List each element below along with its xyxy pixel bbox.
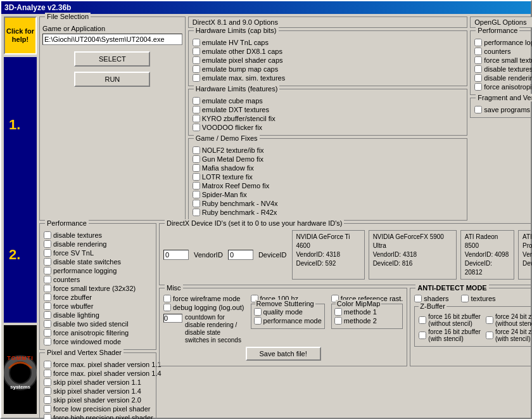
option-checkbox[interactable] (44, 387, 51, 395)
save-batch-button[interactable]: Save batch file! (246, 347, 321, 361)
method1-checkbox[interactable] (334, 308, 342, 316)
anti-textures-checkbox[interactable] (461, 295, 469, 302)
list-item: force SV TnL (44, 249, 152, 257)
option-checkbox[interactable] (193, 200, 200, 207)
option-checkbox[interactable] (44, 405, 51, 413)
option-checkbox[interactable] (44, 276, 51, 283)
countdown-input[interactable] (163, 314, 182, 323)
option-checkbox[interactable] (193, 115, 200, 122)
option-label: NOLF2 texture/ib fix (202, 146, 264, 154)
option-label: KYRO zbuffer/stencil fix (202, 115, 276, 122)
option-checkbox[interactable] (193, 209, 200, 216)
option-checkbox[interactable] (44, 338, 51, 345)
option-checkbox[interactable] (44, 370, 51, 377)
option-checkbox[interactable] (193, 164, 200, 172)
option-checkbox[interactable] (44, 293, 51, 301)
performance-title: Performance (45, 219, 89, 227)
list-item: NOLF2 texture/ib fix (193, 146, 464, 154)
option-checkbox[interactable] (44, 302, 51, 310)
device-ids-group: DirectX Device ID's (set it to 0 to use … (159, 223, 532, 285)
zbuf-24-nostencil-checkbox[interactable] (486, 316, 493, 324)
debug-checkbox[interactable] (163, 304, 171, 311)
vendor-id-input[interactable] (163, 250, 189, 260)
list-item: force low precision pixel shader (44, 405, 152, 413)
option-label: Ruby benchmark - R42x (202, 209, 277, 216)
option-checkbox[interactable] (44, 285, 51, 292)
opengl-perf-title: Performance (476, 27, 519, 34)
zbuf-16-nostencil-checkbox[interactable] (419, 316, 426, 324)
run-button[interactable]: RUN (74, 72, 150, 87)
game-app-input[interactable] (42, 34, 182, 45)
option-checkbox[interactable] (193, 65, 200, 73)
list-item: emulate HV TnL caps (193, 39, 464, 46)
option-checkbox[interactable] (193, 182, 200, 190)
list-item: force small texture (32x32) (474, 56, 532, 64)
option-checkbox[interactable] (474, 106, 482, 113)
option-label: performance logging (53, 267, 117, 274)
list-item: force max. pixel shader version 1.4 (44, 370, 152, 377)
quality-checkbox[interactable] (254, 308, 262, 316)
file-selection-title: File Selection (45, 13, 91, 20)
option-checkbox[interactable] (44, 311, 51, 319)
option-checkbox[interactable] (44, 414, 51, 419)
option-checkbox[interactable] (44, 231, 51, 239)
option-checkbox[interactable] (193, 97, 200, 105)
option-label: disable textures (484, 65, 532, 73)
option-label: force max. pixel shader version 1.1 (53, 361, 162, 368)
anti-shaders-checkbox[interactable] (414, 295, 422, 302)
option-checkbox[interactable] (193, 74, 200, 82)
option-checkbox[interactable] (44, 361, 51, 368)
color-mipmap-group: Color MipMap methode 1 methode 2 (331, 304, 403, 329)
list-item: VOODOO flicker fix (193, 124, 464, 131)
option-label: Spider-Man fix (202, 191, 247, 198)
option-checkbox[interactable] (193, 155, 200, 163)
countdown-row: countdown for disable rendering / disabl… (163, 314, 244, 344)
option-checkbox[interactable] (193, 48, 200, 55)
option-checkbox[interactable] (44, 267, 51, 274)
option-checkbox[interactable] (474, 74, 482, 82)
hw-feat-options: emulate cube mapsemulate DXT texturesKYR… (193, 97, 464, 131)
anti-shaders: shaders (414, 295, 448, 302)
option-checkbox[interactable] (474, 39, 482, 46)
wireframe-checkbox[interactable] (163, 295, 171, 302)
option-checkbox[interactable] (44, 240, 51, 248)
zbuf-16-stencil-checkbox[interactable] (419, 332, 426, 339)
option-checkbox[interactable] (44, 249, 51, 257)
option-checkbox[interactable] (193, 39, 200, 46)
card-name-3: ATI Radeon 9800 Pro (522, 233, 532, 250)
option-checkbox[interactable] (193, 191, 200, 198)
card-vendor-3: VendorID: 4098 (522, 250, 532, 259)
option-checkbox[interactable] (44, 378, 51, 386)
list-item: disable rendering (44, 240, 152, 248)
method2-checkbox[interactable] (334, 317, 342, 325)
option-checkbox[interactable] (474, 48, 482, 55)
option-checkbox[interactable] (193, 124, 200, 131)
option-label: disable rendering (53, 240, 106, 248)
select-button[interactable]: SELECT (74, 51, 150, 67)
option-checkbox[interactable] (474, 65, 482, 73)
logo-svg: TOMMTI systems (4, 325, 37, 414)
anti-textures-label: textures (471, 295, 495, 302)
list-item: skip pixel shader version 1.1 (44, 378, 152, 386)
option-checkbox[interactable] (474, 83, 482, 91)
device-ids-title: DirectX Device ID's (set it to 0 to use … (165, 219, 344, 227)
option-checkbox[interactable] (474, 56, 482, 64)
misc-middle: force reference rast. Color MipMap metho… (331, 295, 403, 344)
device-label: DeviceID (258, 251, 287, 259)
option-checkbox[interactable] (44, 396, 51, 404)
option-checkbox[interactable] (193, 173, 200, 181)
option-label: emulate cube maps (202, 97, 263, 105)
zbuf-24-stencil-checkbox[interactable] (486, 332, 493, 339)
option-checkbox[interactable] (44, 258, 51, 266)
option-checkbox[interactable] (44, 329, 51, 337)
option-checkbox[interactable] (193, 106, 200, 113)
steps-panel: 1. 2. (4, 57, 37, 323)
option-checkbox[interactable] (44, 320, 51, 328)
option-checkbox[interactable] (193, 146, 200, 154)
help-button[interactable]: Click for help! (4, 16, 37, 55)
option-label: VOODOO flicker fix (202, 124, 262, 131)
game-fixes-title: Game / Demo Fixes (194, 134, 260, 142)
device-id-input[interactable] (228, 250, 253, 260)
option-checkbox[interactable] (193, 56, 200, 64)
stutter-perf-checkbox[interactable] (254, 317, 262, 325)
